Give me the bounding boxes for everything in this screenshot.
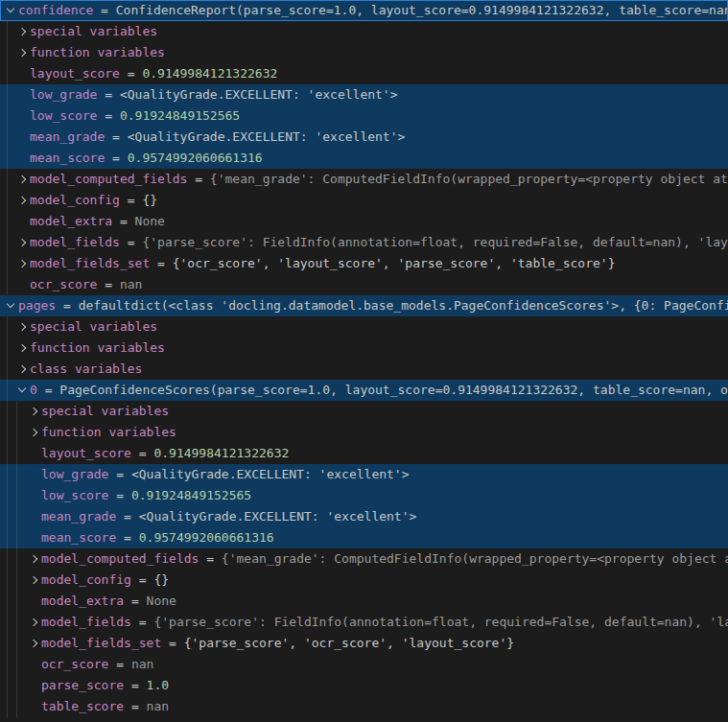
- chevron-down-icon[interactable]: [14, 380, 30, 401]
- variable-value: None: [147, 591, 176, 612]
- chevron-right-icon[interactable]: [14, 232, 30, 253]
- variable-row[interactable]: low_score = 0.91924849152565: [0, 485, 728, 506]
- equals-sign: =: [93, 0, 115, 21]
- variable-row[interactable]: low_score = 0.91924849152565: [0, 105, 728, 127]
- variable-row[interactable]: model_fields_set = {'ocr_score', 'layout…: [0, 253, 728, 274]
- twistie-spacer: [14, 211, 30, 232]
- variable-row[interactable]: confidence = ConfidenceReport(parse_scor…: [0, 0, 728, 21]
- variable-name: ocr_score: [41, 654, 108, 675]
- variable-row[interactable]: 0 = PageConfidenceScores(parse_score=1.0…: [0, 380, 728, 401]
- chevron-right-icon[interactable]: [26, 612, 41, 633]
- variable-row[interactable]: parse_score = 1.0: [0, 675, 728, 696]
- variable-row[interactable]: model_extra = None: [0, 591, 728, 612]
- variable-row[interactable]: table_score = nan: [0, 696, 728, 717]
- chevron-down-icon[interactable]: [3, 295, 18, 316]
- chevron-right-icon[interactable]: [26, 422, 41, 443]
- equals-sign: =: [108, 654, 130, 675]
- chevron-right-icon[interactable]: [14, 359, 30, 380]
- variable-value: <QualityGrade.EXCELLENT: 'excellent'>: [131, 464, 410, 485]
- indent-guide: [16, 485, 17, 506]
- indent-guide: [7, 696, 8, 717]
- variable-value: <QualityGrade.EXCELLENT: 'excellent'>: [128, 127, 406, 148]
- variable-name: mean_grade: [30, 127, 105, 148]
- variable-row[interactable]: special variables: [0, 316, 728, 338]
- variable-row[interactable]: mean_grade = <QualityGrade.EXCELLENT: 'e…: [0, 127, 728, 148]
- indent-guide: [7, 612, 8, 633]
- chevron-right-icon[interactable]: [14, 190, 30, 211]
- variable-row[interactable]: class variables: [0, 359, 728, 380]
- variable-value: ConfidenceReport(parse_score=1.0, layout…: [116, 0, 728, 21]
- indent-guide: [7, 570, 8, 591]
- variable-row[interactable]: model_config = {}: [0, 190, 728, 211]
- chevron-right-icon[interactable]: [14, 316, 30, 338]
- variable-row[interactable]: low_grade = <QualityGrade.EXCELLENT: 'ex…: [0, 84, 728, 105]
- chevron-right-icon[interactable]: [14, 338, 30, 359]
- variable-value: {'parse_score': FieldInfo(annotation=flo…: [142, 232, 728, 253]
- indent-guide: [16, 506, 17, 527]
- equals-sign: =: [124, 591, 146, 612]
- indent-guide: [7, 274, 8, 295]
- chevron-right-icon[interactable]: [26, 401, 41, 422]
- variable-name: special variables: [30, 21, 157, 42]
- variable-row[interactable]: mean_score = 0.9574992060661316: [0, 148, 728, 169]
- variable-row[interactable]: layout_score = 0.9149984121322632: [0, 443, 728, 464]
- twistie-spacer: [26, 527, 41, 548]
- variable-row[interactable]: low_grade = <QualityGrade.EXCELLENT: 'ex…: [0, 464, 728, 485]
- indent-guide: [7, 42, 8, 63]
- variable-row[interactable]: model_config = {}: [0, 570, 728, 591]
- indent-guide: [7, 527, 8, 548]
- chevron-right-icon[interactable]: [26, 570, 41, 591]
- variable-value: nan: [147, 696, 169, 717]
- chevron-down-icon[interactable]: [3, 0, 18, 21]
- variable-row[interactable]: mean_score = 0.9574992060661316: [0, 527, 728, 548]
- chevron-right-icon[interactable]: [26, 633, 41, 654]
- variable-value: {'ocr_score', 'layout_score', 'parse_sco…: [173, 253, 616, 274]
- variable-row[interactable]: model_fields_set = {'parse_score', 'ocr_…: [0, 633, 728, 654]
- chevron-right-icon[interactable]: [14, 253, 30, 274]
- indent-guide: [16, 612, 17, 633]
- variable-row[interactable]: model_computed_fields = {'mean_grade': C…: [0, 169, 728, 190]
- variable-row[interactable]: function variables: [0, 42, 728, 63]
- chevron-right-icon[interactable]: [14, 169, 30, 190]
- indent-guide: [16, 696, 17, 717]
- variable-row[interactable]: function variables: [0, 422, 728, 443]
- indent-guide: [16, 464, 17, 485]
- variable-name: low_grade: [30, 84, 97, 105]
- variable-row[interactable]: special variables: [0, 21, 728, 42]
- variable-row[interactable]: layout_score = 0.9149984121322632: [0, 63, 728, 84]
- variable-row[interactable]: mean_grade = <QualityGrade.EXCELLENT: 'e…: [0, 506, 728, 527]
- twistie-spacer: [26, 485, 41, 506]
- variable-row[interactable]: model_fields = {'parse_score': FieldInfo…: [0, 612, 728, 633]
- variable-row[interactable]: special variables: [0, 401, 728, 422]
- twistie-spacer: [14, 274, 30, 295]
- variable-row[interactable]: pages = defaultdict(<class 'docling.data…: [0, 295, 728, 316]
- variable-name: low_score: [30, 105, 97, 127]
- equals-sign: =: [105, 148, 127, 169]
- chevron-right-icon[interactable]: [26, 548, 41, 570]
- variable-value: <QualityGrade.EXCELLENT: 'excellent'>: [139, 506, 417, 527]
- variable-row[interactable]: function variables: [0, 338, 728, 359]
- variable-row[interactable]: model_computed_fields = {'mean_grade': C…: [0, 548, 728, 570]
- twistie-spacer: [14, 63, 30, 84]
- indent-guide: [7, 485, 8, 506]
- variable-value: 0.9574992060661316: [139, 527, 274, 548]
- chevron-right-icon[interactable]: [14, 42, 30, 63]
- equals-sign: =: [131, 443, 153, 464]
- variable-value: defaultdict(<class 'docling.datamodel.ba…: [79, 295, 728, 316]
- indent-guide: [7, 591, 8, 612]
- variable-name: ocr_score: [30, 274, 97, 295]
- indent-guide: [16, 675, 17, 696]
- equals-sign: =: [97, 84, 119, 105]
- variable-row[interactable]: model_extra = None: [0, 211, 728, 232]
- debug-variables-panel: confidence = ConfidenceReport(parse_scor…: [0, 0, 728, 722]
- variable-value: 0.91924849152565: [120, 105, 240, 127]
- variable-row[interactable]: ocr_score = nan: [0, 274, 728, 295]
- indent-guide: [16, 422, 17, 443]
- variable-name: low_grade: [41, 464, 108, 485]
- variable-row[interactable]: ocr_score = nan: [0, 654, 728, 675]
- chevron-right-icon[interactable]: [14, 21, 30, 42]
- variable-name: special variables: [30, 316, 157, 338]
- variable-row[interactable]: model_fields = {'parse_score': FieldInfo…: [0, 232, 728, 253]
- twistie-spacer: [14, 105, 30, 127]
- variable-value: nan: [131, 654, 153, 675]
